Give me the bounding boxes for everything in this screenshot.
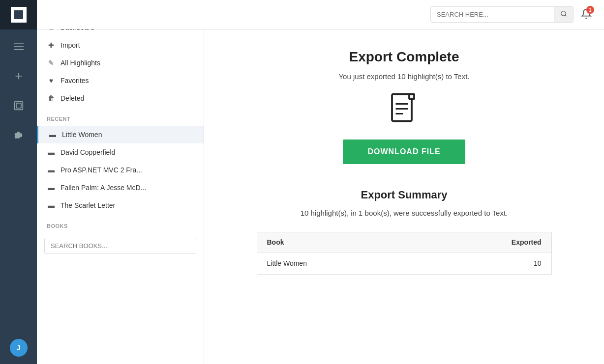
search-button[interactable] xyxy=(554,7,573,22)
doc-icon-wrapper xyxy=(234,93,574,127)
svg-rect-0 xyxy=(14,43,24,44)
main-content: Export Complete You just exported 10 hig… xyxy=(204,29,604,364)
book-icon: ▬ xyxy=(47,148,56,156)
sidebar-item-pro-asp-net[interactable]: ▬ Pro ASP.NET MVC 2 Fra... xyxy=(37,161,204,179)
svg-rect-2 xyxy=(14,49,24,50)
main-wrapper: 1 Export Complete You just exported 10 h… xyxy=(204,0,604,364)
recent-label: RECENT xyxy=(37,107,204,126)
search-icon xyxy=(560,10,567,17)
import-icon: ✚ xyxy=(47,41,56,49)
sidebar-item-david-copperfield[interactable]: ▬ David Copperfield xyxy=(37,143,204,161)
table-row: Little Women 10 xyxy=(257,252,551,275)
notification-badge: 1 xyxy=(586,6,594,14)
sidebar-item-label: All Highlights xyxy=(60,59,194,67)
pen-icon: ✎ xyxy=(47,59,56,67)
export-complete-title: Export Complete xyxy=(234,49,574,65)
export-summary-title: Export Summary xyxy=(234,189,574,201)
search-container xyxy=(430,6,574,23)
books-label: BOOKS xyxy=(37,214,204,233)
layers-icon[interactable] xyxy=(9,96,29,115)
svg-rect-4 xyxy=(16,103,21,108)
svg-point-5 xyxy=(561,11,566,16)
summary-table-header: Book Exported xyxy=(257,232,551,252)
sidebar-item-label: Pro ASP.NET MVC 2 Fra... xyxy=(60,166,194,174)
book-icon: ▬ xyxy=(47,166,56,174)
sidebar-item-label: Fallen Palm: A Jesse McD... xyxy=(60,184,194,192)
hamburger-menu-icon[interactable] xyxy=(9,37,29,56)
book-icon: ▬ xyxy=(47,201,56,209)
book-icon: ▬ xyxy=(47,184,56,192)
add-icon[interactable] xyxy=(9,66,29,86)
sidebar-item-all-highlights[interactable]: ✎ All Highlights xyxy=(37,54,204,72)
app-logo[interactable] xyxy=(0,0,37,29)
sidebar-item-label: Little Women xyxy=(62,131,194,139)
settings-icon[interactable] xyxy=(9,125,29,145)
trash-icon: 🗑 xyxy=(47,94,56,102)
sidebar-item-deleted[interactable]: 🗑 Deleted xyxy=(37,89,204,107)
download-file-button[interactable]: DOWNLOAD FILE xyxy=(343,140,465,164)
sidebar-item-label: Deleted xyxy=(60,94,194,102)
sidebar-item-little-women[interactable]: ▬ Little Women xyxy=(37,126,204,143)
notification-button[interactable]: 1 xyxy=(578,6,594,23)
svg-rect-8 xyxy=(409,94,414,99)
row-book-title: Little Women xyxy=(267,259,492,267)
user-avatar[interactable]: J xyxy=(10,339,28,357)
document-icon xyxy=(390,93,419,127)
col-exported-header: Exported xyxy=(492,238,542,246)
sidebar-item-label: Import xyxy=(60,41,194,49)
sidebar-item-import[interactable]: ✚ Import xyxy=(37,36,204,54)
export-summary-desc: 10 highlight(s), in 1 book(s), were succ… xyxy=(234,209,574,217)
svg-line-6 xyxy=(565,15,567,17)
row-exported-count: 10 xyxy=(492,259,542,267)
heart-icon: ♥ xyxy=(47,77,56,84)
search-books-input[interactable] xyxy=(44,238,196,254)
sidebar-item-label: The Scarlet Letter xyxy=(60,201,194,209)
sidebar-item-favorites[interactable]: ♥ Favorites xyxy=(37,72,204,89)
search-input[interactable] xyxy=(431,7,554,22)
export-subtitle: You just exported 10 highlight(s) to Tex… xyxy=(234,72,574,81)
sidebar-item-scarlet-letter[interactable]: ▬ The Scarlet Letter xyxy=(37,196,204,214)
svg-rect-1 xyxy=(14,46,24,47)
sidebar-item-label: David Copperfield xyxy=(60,148,194,156)
summary-table: Book Exported Little Women 10 xyxy=(257,232,552,275)
sidebar-item-fallen-palm[interactable]: ▬ Fallen Palm: A Jesse McD... xyxy=(37,179,204,196)
icon-bar: J xyxy=(0,0,37,364)
col-book-header: Book xyxy=(267,238,492,246)
sidebar-item-label: Favorites xyxy=(60,77,194,84)
top-bar: 1 xyxy=(204,0,604,29)
sidebar: QUICK LINKS ⌂ Dashboard ✚ Import ✎ All H… xyxy=(37,0,204,364)
book-icon: ▬ xyxy=(48,131,57,139)
